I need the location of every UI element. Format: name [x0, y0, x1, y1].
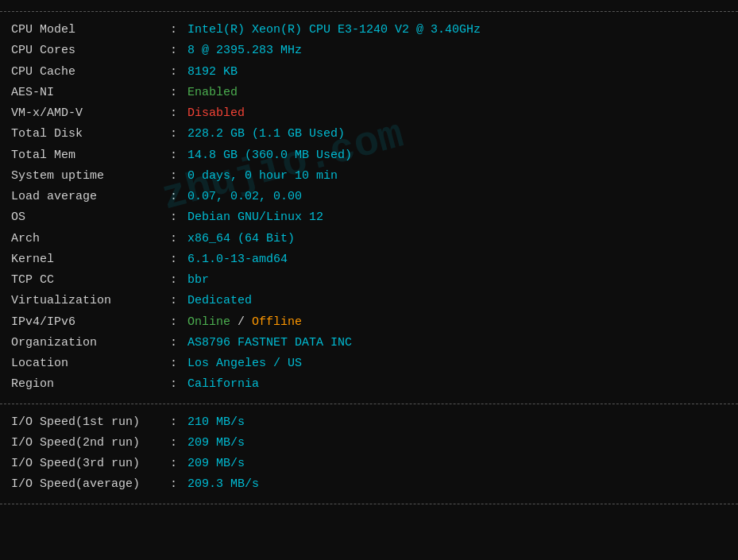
row-value: Dedicated: [187, 291, 252, 311]
top-divider: [0, 11, 738, 12]
row-value: 8192 KB: [187, 62, 238, 83]
row-label: Organization: [11, 333, 170, 353]
io-colon: :: [170, 412, 184, 433]
io-value: 209 MB/s: [187, 433, 245, 454]
row-colon: :: [170, 62, 184, 83]
system-info-row: Region : California: [11, 374, 727, 395]
io-value: 209.3 MB/s: [187, 474, 259, 495]
row-label: CPU Cores: [11, 41, 170, 61]
system-info-row: VM-x/AMD-V : Disabled: [11, 103, 727, 124]
row-colon: :: [170, 83, 184, 103]
system-info-row: System uptime : 0 days, 0 hour 10 min: [11, 166, 727, 187]
row-value: Intel(R) Xeon(R) CPU E3-1240 V2 @ 3.40GH…: [187, 20, 481, 41]
bottom-divider: [0, 504, 738, 504]
row-colon: :: [170, 166, 184, 187]
row-colon: :: [170, 353, 184, 374]
row-value: 6.1.0-13-amd64: [187, 249, 288, 270]
row-colon: :: [170, 270, 184, 291]
io-label: I/O Speed(3rd run): [11, 454, 170, 474]
row-label: OS: [11, 207, 170, 228]
row-colon: :: [170, 145, 184, 166]
io-colon: :: [170, 474, 184, 495]
row-colon: :: [170, 124, 184, 145]
mid-divider: [0, 404, 738, 404]
system-info-row: CPU Model : Intel(R) Xeon(R) CPU E3-1240…: [11, 20, 727, 41]
row-value: Enabled: [187, 83, 238, 103]
row-colon: :: [170, 374, 184, 395]
io-colon: :: [170, 433, 184, 454]
ipv46-slash: /: [230, 312, 252, 333]
row-label: VM-x/AMD-V: [11, 103, 170, 124]
row-label: Region: [11, 374, 170, 395]
io-colon: :: [170, 454, 184, 474]
row-value: 8 @ 2395.283 MHz: [187, 41, 302, 61]
io-speed-row: I/O Speed(1st run): 210 MB/s: [11, 412, 727, 433]
system-info-row: Load average : 0.07, 0.02, 0.00: [11, 187, 727, 207]
terminal: zhujio.com CPU Model : Intel(R) Xeon(R) …: [0, 0, 738, 516]
ipv6-status: Offline: [252, 312, 302, 333]
row-value: bbr: [187, 270, 209, 291]
row-label: Total Mem: [11, 145, 170, 166]
row-colon: :: [170, 249, 184, 270]
io-speed-row: I/O Speed(2nd run): 209 MB/s: [11, 433, 727, 454]
row-label: Kernel: [11, 249, 170, 270]
row-colon: :: [170, 103, 184, 124]
io-speed-section: I/O Speed(1st run): 210 MB/sI/O Speed(2n…: [0, 409, 738, 499]
row-label: Load average: [11, 187, 170, 207]
row-label: TCP CC: [11, 270, 170, 291]
io-value: 209 MB/s: [187, 454, 245, 474]
row-colon: :: [170, 20, 184, 41]
system-info-row: Location : Los Angeles / US: [11, 353, 727, 374]
row-value: Debian GNU/Linux 12: [187, 207, 323, 228]
row-value: x86_64 (64 Bit): [187, 229, 295, 249]
system-info-row: TCP CC : bbr: [11, 270, 727, 291]
system-info-row: Kernel : 6.1.0-13-amd64: [11, 249, 727, 270]
row-colon: :: [170, 41, 184, 61]
row-colon: :: [170, 207, 184, 228]
row-colon: :: [170, 229, 184, 249]
row-value: 0 days, 0 hour 10 min: [187, 166, 338, 187]
io-speed-row: I/O Speed(3rd run): 209 MB/s: [11, 454, 727, 474]
row-value: Los Angeles / US: [187, 353, 302, 374]
io-speed-row: I/O Speed(average): 209.3 MB/s: [11, 474, 727, 495]
row-label: AES-NI: [11, 83, 170, 103]
row-colon: :: [170, 187, 184, 207]
io-label: I/O Speed(average): [11, 474, 170, 495]
row-label: Location: [11, 353, 170, 374]
system-info-section: CPU Model : Intel(R) Xeon(R) CPU E3-1240…: [0, 17, 738, 399]
io-label: I/O Speed(2nd run): [11, 433, 170, 454]
row-value: 14.8 GB (360.0 MB Used): [187, 145, 352, 166]
row-label: IPv4/IPv6: [11, 312, 170, 333]
row-colon: :: [170, 312, 184, 333]
io-label: I/O Speed(1st run): [11, 412, 170, 433]
row-label: Arch: [11, 229, 170, 249]
system-info-row: Total Mem : 14.8 GB (360.0 MB Used): [11, 145, 727, 166]
system-info-row: Organization : AS8796 FASTNET DATA INC: [11, 333, 727, 353]
row-colon: :: [170, 291, 184, 311]
row-value: 0.07, 0.02, 0.00: [187, 187, 302, 207]
io-value: 210 MB/s: [187, 412, 245, 433]
ipv4-status: Online: [187, 312, 230, 333]
system-info-row: OS : Debian GNU/Linux 12: [11, 207, 727, 228]
system-info-row: AES-NI : Enabled: [11, 83, 727, 103]
system-info-row: CPU Cache : 8192 KB: [11, 62, 727, 83]
row-value: Disabled: [187, 103, 245, 124]
system-info-row: Virtualization : Dedicated: [11, 291, 727, 311]
row-label: System uptime: [11, 166, 170, 187]
system-info-row: Total Disk : 228.2 GB (1.1 GB Used): [11, 124, 727, 145]
system-info-row: CPU Cores : 8 @ 2395.283 MHz: [11, 41, 727, 61]
row-label: Total Disk: [11, 124, 170, 145]
row-value: California: [187, 374, 259, 395]
row-label: CPU Model: [11, 20, 170, 41]
system-info-row: IPv4/IPv6 : Online / Offline: [11, 312, 727, 333]
row-value: 228.2 GB (1.1 GB Used): [187, 124, 345, 145]
row-label: Virtualization: [11, 291, 170, 311]
row-label: CPU Cache: [11, 62, 170, 83]
row-value: AS8796 FASTNET DATA INC: [187, 333, 352, 353]
system-info-row: Arch : x86_64 (64 Bit): [11, 229, 727, 249]
row-colon: :: [170, 333, 184, 353]
